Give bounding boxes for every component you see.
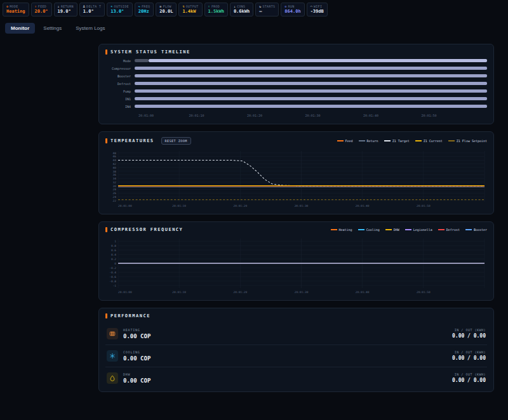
timeline-segment <box>135 82 487 85</box>
stat-card-value: 864.0h <box>284 10 300 15</box>
svg-text:44: 44 <box>113 159 117 162</box>
svg-text:-1: -1 <box>113 284 117 287</box>
performance-io-value: 0.00 / 0.00 <box>452 333 486 339</box>
svg-text:0.2: 0.2 <box>111 258 116 261</box>
timeline-row: Compressor <box>105 67 487 70</box>
svg-text:38: 38 <box>113 169 117 173</box>
timeline-row-label: Mode <box>105 59 135 63</box>
timeline-rows: ModeCompressorBoosterDefrostPumpIN1IN4 <box>105 59 487 108</box>
stat-card-header: ⇡PROD <box>208 4 224 8</box>
svg-text:0.8: 0.8 <box>111 244 116 247</box>
stat-card-flow: ≋FLOW20.0L <box>156 3 177 16</box>
stat-card-label: FLOW <box>163 4 171 8</box>
performance-name: COOLING <box>123 350 150 354</box>
legend-label: Z1 Flow Setpoint <box>457 139 487 143</box>
freq-icon: ≈ <box>138 5 140 8</box>
temperatures-panel: TEMPERATURES RESET ZOOM FeedReturnZ1 Tar… <box>98 131 494 214</box>
stat-card-starts: ↻STARTS— <box>255 3 279 16</box>
output-icon: ↯ <box>182 5 184 8</box>
timeline-row: Pump <box>105 89 487 93</box>
tab-monitor[interactable]: Monitor <box>5 23 35 34</box>
performance-io: IN / OUT (KWH)0.00 / 0.00 <box>452 328 486 339</box>
starts-icon: ↻ <box>259 5 261 8</box>
mode-icon: ⚙ <box>6 5 8 8</box>
reset-zoom-button[interactable]: RESET ZOOM <box>161 137 191 145</box>
timeline-track <box>135 82 487 85</box>
temperatures-legend: FeedReturnZ1 TargetZ1 CurrentZ1 Flow Set… <box>337 139 487 143</box>
timeline-row-label: Booster <box>105 74 135 78</box>
x-tick-label: 20:01:30 <box>305 114 320 117</box>
stat-card-label: FEED <box>38 4 46 8</box>
svg-text:32: 32 <box>113 180 117 183</box>
stat-card-return: ↓RETURN19.0° <box>54 3 77 16</box>
temperatures-chart-container: 484644424038363432302826242220:01:0020:0… <box>105 149 487 209</box>
stat-card-value: — <box>259 10 275 15</box>
timeline-segment <box>135 67 487 70</box>
stat-card-prod: ⇡PROD1.5kWh <box>204 3 228 16</box>
tab-bar: MonitorSettingsSystem Logs <box>5 23 508 34</box>
svg-text:20:01:50: 20:01:50 <box>417 204 431 207</box>
legend-label: Return <box>367 139 378 143</box>
compressor-legend: HeatingCoolingDHWLegionellaDefrostBooste… <box>331 228 487 232</box>
legend-label: Cooling <box>366 228 380 232</box>
prod-icon: ⇡ <box>208 5 210 8</box>
svg-text:0.6: 0.6 <box>111 249 116 252</box>
timeline-segment <box>135 105 487 108</box>
timeline-segment <box>135 97 487 100</box>
legend-label: Defrost <box>446 228 460 232</box>
legend-swatch <box>385 229 392 230</box>
svg-text:20:01:40: 20:01:40 <box>356 204 370 207</box>
stat-card-header: ⇣CONS <box>234 4 250 8</box>
feed-icon: ↑ <box>35 5 37 8</box>
legend-item-legionella: Legionella <box>405 228 432 232</box>
performance-rows: HEATING0.00 COPIN / OUT (KWH)0.00 / 0.00… <box>105 323 487 386</box>
svg-text:40: 40 <box>113 166 117 169</box>
svg-text:20:01:00: 20:01:00 <box>118 291 132 294</box>
stat-card-value: 13.0° <box>110 10 128 15</box>
svg-text:48: 48 <box>113 151 117 154</box>
stat-card-label: MODE <box>10 4 18 8</box>
performance-io-value: 0.00 / 0.00 <box>452 355 486 361</box>
temperatures-panel-header: TEMPERATURES RESET ZOOM FeedReturnZ1 Tar… <box>105 137 487 145</box>
tab-settings[interactable]: Settings <box>37 23 67 34</box>
stat-card-delta-t: ΔDELTA T1.0° <box>79 3 105 16</box>
stat-card-outside: ☀OUTSIDE13.0° <box>107 3 132 16</box>
svg-text:1: 1 <box>114 240 116 243</box>
timeline-row-label: Defrost <box>105 82 135 86</box>
performance-cop-value: 0.00 COP <box>123 355 150 362</box>
stat-card-label: DELTA T <box>86 4 101 8</box>
svg-text:42: 42 <box>113 162 117 166</box>
svg-text:20:01:10: 20:01:10 <box>172 204 186 207</box>
panel-accent-bar <box>105 49 107 55</box>
performance-io-label: IN / OUT (KWH) <box>452 328 486 332</box>
legend-label: Z1 Target <box>392 139 410 143</box>
temperatures-chart[interactable]: 484644424038363432302826242220:01:0020:0… <box>105 149 487 209</box>
temperatures-panel-title: TEMPERATURES <box>110 138 154 143</box>
legend-swatch <box>331 229 337 230</box>
legend-item-dhw: DHW <box>385 228 399 232</box>
flow-icon: ≋ <box>159 5 161 8</box>
tab-system-logs[interactable]: System Logs <box>70 23 110 34</box>
x-tick-label: 20:01:00 <box>138 114 154 117</box>
main-content: SYSTEM STATUS TIMELINE ModeCompressorBoo… <box>98 44 494 392</box>
timeline-segment <box>135 59 149 62</box>
legend-label: Booster <box>474 228 487 232</box>
svg-text:24: 24 <box>113 195 117 199</box>
stat-card-value: 0.6kWh <box>234 10 250 15</box>
compressor-frequency-chart[interactable]: 10.80.60.40.20-0.2-0.4-0.6-0.8-120:01:00… <box>105 237 487 295</box>
timeline-row-label: Compressor <box>105 67 135 70</box>
legend-swatch <box>384 140 391 141</box>
panel-accent-bar <box>105 313 107 318</box>
timeline-panel-header: SYSTEM STATUS TIMELINE <box>105 49 487 55</box>
stat-card-header: ↯OUTPUT <box>182 4 198 8</box>
legend-item-booster: Booster <box>465 228 487 232</box>
performance-io: IN / OUT (KWH)0.00 / 0.00 <box>452 372 486 383</box>
svg-text:20:01:10: 20:01:10 <box>172 291 186 294</box>
stat-card-header: ◠WIFI <box>311 4 324 8</box>
svg-text:-0.2: -0.2 <box>109 266 116 270</box>
legend-swatch <box>358 229 364 230</box>
legend-swatch <box>465 229 472 230</box>
svg-text:-0.4: -0.4 <box>109 271 116 274</box>
legend-swatch <box>337 140 344 141</box>
timeline-row: Defrost <box>105 82 487 86</box>
